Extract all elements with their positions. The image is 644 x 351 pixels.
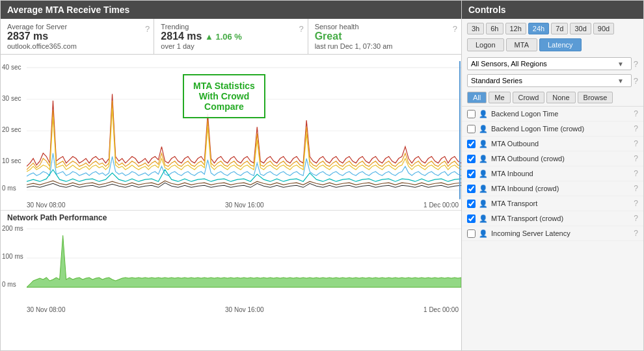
type-btn-logon[interactable]: Logon	[467, 38, 504, 51]
type-buttons-group: Logon MTA Latency	[462, 37, 643, 55]
series-label-mta-inbound: MTA Inbound	[491, 170, 630, 177]
main-chart-section: 40 sec 30 sec 20 sec 10 sec 0 ms MTA Sta…	[1, 55, 461, 211]
controls-title: Controls	[462, 1, 643, 19]
person-icon-red: 👤	[479, 169, 488, 178]
svg-marker-9	[27, 235, 461, 287]
series-label-mta-inbound-crowd: MTA Inbound (crowd)	[491, 185, 630, 192]
series-check-mta-inbound[interactable]	[467, 170, 476, 178]
stat-sub-health: last run Dec 1, 07:30 am	[315, 42, 455, 50]
series-check-mta-transport[interactable]	[467, 200, 476, 208]
person-icon-orange: 👤	[479, 139, 488, 148]
person-icon-yellow: 👤	[479, 214, 488, 223]
net-x-label-3: 1 Dec 00:00	[423, 306, 459, 313]
info-icon-average[interactable]: ?	[145, 24, 150, 34]
series-label-mta-transport-crowd: MTA Transport (crowd)	[491, 214, 630, 222]
time-btn-24h[interactable]: 24h	[528, 23, 549, 34]
stat-label-health: Sensor health	[315, 23, 455, 31]
net-x-label-2: 30 Nov 16:00	[225, 306, 264, 313]
network-chart-section: Network Path Performance 200 ms 100 ms 0…	[1, 211, 461, 315]
time-btn-12h[interactable]: 12h	[505, 23, 526, 34]
mta-statistics-box: MTA Statistics With Crowd Compare	[183, 74, 265, 118]
series-item-mta-outbound-crowd: 👤 MTA Outbound (crowd) ?	[462, 151, 643, 166]
time-buttons-group: 3h 6h 12h 24h 7d 30d 90d	[462, 19, 643, 37]
series-help-mta-outbound[interactable]: ?	[634, 139, 638, 148]
time-btn-3h[interactable]: 3h	[467, 23, 484, 34]
time-btn-90d[interactable]: 90d	[593, 23, 614, 34]
info-icon-trending[interactable]: ?	[299, 24, 303, 34]
series-check-backend-logon-crowd[interactable]	[467, 125, 476, 133]
series-list: 👤 Backend Logon Time ? 👤 Backend Logon T…	[462, 106, 643, 350]
y-label-30: 30 sec	[2, 95, 21, 102]
y-label-10: 10 sec	[2, 157, 21, 164]
y-label-0: 0 ms	[2, 185, 16, 192]
info-icon-health[interactable]: ?	[453, 24, 457, 34]
series-help-backend-logon[interactable]: ?	[634, 109, 638, 118]
person-icon-blue: 👤	[479, 154, 488, 163]
series-item-mta-transport: 👤 MTA Transport ?	[462, 196, 643, 211]
series-label-mta-outbound: MTA Outbound	[491, 140, 630, 148]
net-y-label-0: 0 ms	[2, 281, 16, 288]
x-label-2: 30 Nov 16:00	[225, 202, 264, 209]
series-check-backend-logon[interactable]	[467, 110, 476, 118]
series-item-mta-inbound: 👤 MTA Inbound ?	[462, 166, 643, 181]
time-btn-6h[interactable]: 6h	[486, 23, 503, 34]
series-item-incoming-server-latency: 👤 Incoming Server Latency ?	[462, 226, 643, 241]
sensor-select-wrapper: All Sensors, All Regions ▼ ?	[467, 57, 638, 70]
series-help-mta-inbound-crowd[interactable]: ?	[634, 184, 638, 193]
stat-box-health: Sensor health Great last run Dec 1, 07:3…	[308, 19, 461, 54]
time-btn-30d[interactable]: 30d	[570, 23, 591, 34]
time-btn-7d[interactable]: 7d	[551, 23, 568, 34]
series-check-mta-transport-crowd[interactable]	[467, 214, 476, 223]
network-chart-svg	[27, 222, 461, 300]
series-check-mta-outbound-crowd[interactable]	[467, 155, 476, 163]
series-check-mta-inbound-crowd[interactable]	[467, 185, 476, 193]
person-icon-orange2: 👤	[479, 199, 488, 208]
series-label-backend-logon: Backend Logon Time	[491, 110, 630, 118]
sensor-select[interactable]: All Sensors, All Regions	[467, 57, 632, 70]
trend-indicator: ▲ 1.06 %	[205, 32, 242, 42]
series-check-incoming-server-latency[interactable]	[467, 229, 476, 238]
series-label-incoming-server-latency: Incoming Server Latency	[491, 229, 630, 237]
sensor-select-help[interactable]: ?	[634, 59, 638, 69]
series-select-help[interactable]: ?	[634, 76, 638, 86]
type-btn-mta[interactable]: MTA	[506, 38, 537, 51]
filter-btn-all[interactable]: All	[467, 92, 487, 103]
stat-label-trending: Trending	[161, 23, 301, 31]
series-item-mta-transport-crowd: 👤 MTA Transport (crowd) ?	[462, 211, 643, 226]
type-btn-latency[interactable]: Latency	[539, 38, 582, 51]
series-help-mta-inbound[interactable]: ?	[634, 169, 638, 178]
person-icon-gray3: 👤	[479, 229, 488, 238]
stat-value-trending: 2814 ms ▲ 1.06 %	[161, 31, 301, 42]
series-help-mta-transport-crowd[interactable]: ?	[634, 214, 638, 223]
main-title: Average MTA Receive Times	[1, 1, 461, 19]
x-label-1: 30 Nov 08:00	[27, 202, 66, 209]
net-y-label-200: 200 ms	[2, 225, 23, 232]
series-help-backend-logon-crowd[interactable]: ?	[634, 124, 638, 133]
person-icon-gray2: 👤	[479, 124, 488, 133]
person-icon-red2: 👤	[479, 184, 488, 193]
series-check-mta-outbound[interactable]	[467, 140, 476, 148]
y-label-20: 20 sec	[2, 126, 21, 133]
filter-btn-crowd[interactable]: Crowd	[513, 92, 545, 103]
series-label-backend-logon-crowd: Backend Logon Time (crowd)	[491, 125, 630, 133]
stat-value-health: Great	[315, 31, 455, 42]
filter-buttons-group: All Me Crowd None Browse	[462, 89, 643, 106]
series-select-wrapper: Standard Series ▼ ?	[467, 74, 638, 87]
net-y-label-100: 100 ms	[2, 253, 23, 260]
series-help-mta-outbound-crowd[interactable]: ?	[634, 154, 638, 163]
series-help-incoming-server-latency[interactable]: ?	[634, 229, 638, 238]
filter-btn-browse[interactable]: Browse	[578, 92, 613, 103]
stat-value-average: 2837 ms	[7, 31, 147, 42]
person-icon-gray: 👤	[479, 109, 488, 118]
filter-btn-none[interactable]: None	[546, 92, 575, 103]
series-label-mta-outbound-crowd: MTA Outbound (crowd)	[491, 155, 630, 162]
stat-sub-trending: over 1 day	[161, 42, 301, 50]
net-x-label-1: 30 Nov 08:00	[27, 306, 66, 313]
series-help-mta-transport[interactable]: ?	[634, 199, 638, 208]
filter-btn-me[interactable]: Me	[489, 92, 510, 103]
series-item-backend-logon-crowd: 👤 Backend Logon Time (crowd) ?	[462, 122, 643, 136]
series-select[interactable]: Standard Series	[467, 74, 632, 87]
stat-label-average: Average for Server	[7, 23, 147, 31]
series-label-mta-transport: MTA Transport	[491, 200, 630, 207]
stat-sub-average: outlook.office365.com	[7, 42, 147, 50]
